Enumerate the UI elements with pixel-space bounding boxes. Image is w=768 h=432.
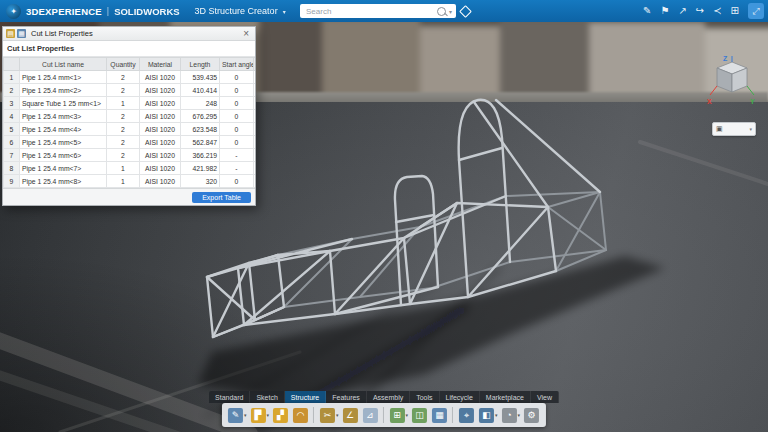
sketch-icon[interactable]: ✎▾	[228, 408, 247, 423]
col-quantity[interactable]: Quantity	[107, 58, 140, 71]
tab-view[interactable]: View	[531, 391, 559, 403]
curved-member-icon[interactable]: ◠	[293, 408, 309, 423]
cut-list-panel: ▤▦ Cut List Properties × Cut List Proper…	[2, 26, 256, 206]
reply-icon[interactable]: ↪	[696, 6, 704, 16]
pen-icon[interactable]: ✎	[643, 6, 651, 16]
triad-z-label: Z	[723, 55, 728, 62]
apps-grid-icon[interactable]: ⊞	[731, 6, 739, 16]
compass-icon[interactable]: ✦	[6, 4, 21, 19]
panel-footer: Export Table	[3, 189, 255, 205]
col-row-number	[4, 58, 20, 71]
table-row[interactable]: 9 Pipe 1 25.4 mm<8> 1 AISI 1020 320 0 0	[4, 175, 256, 188]
action-bar: ✎▾ ▛▾ ▞ ◠ ✂▾	[222, 403, 546, 427]
table-row[interactable]: 8 Pipe 1 25.4 mm<7> 1 AISI 1020 421.982 …	[4, 162, 256, 175]
close-icon[interactable]: ×	[240, 28, 252, 39]
fullscreen-icon[interactable]: ⤢	[748, 3, 764, 19]
col-start-angle[interactable]: Start angle	[220, 58, 254, 71]
section-title: Cut List Properties	[3, 41, 255, 57]
tab-sketch[interactable]: Sketch	[250, 391, 284, 403]
panel-title: Cut List Properties	[31, 29, 93, 38]
brand-logo: 3DEXPERIENCE	[26, 6, 102, 17]
triad-cube[interactable]	[717, 62, 747, 92]
product-logo: SOLIDWORKS	[114, 6, 179, 17]
tab-tools[interactable]: Tools	[410, 391, 439, 403]
triad-x-label: X	[707, 98, 712, 105]
table-row[interactable]: 1 Pipe 1 25.4 mm<1> 2 AISI 1020 539.435 …	[4, 71, 256, 84]
display-style-icon[interactable]: ◔▾	[502, 408, 521, 423]
split-member-icon[interactable]: ⊿	[363, 408, 379, 423]
table-row[interactable]: 7 Pipe 1 25.4 mm<6> 2 AISI 1020 366.219 …	[4, 149, 256, 162]
measure-icon[interactable]: ⌖	[459, 408, 475, 423]
section-view-icon[interactable]: ◧▾	[479, 408, 498, 423]
view-settings-icon[interactable]: ⚙	[524, 408, 540, 423]
table-tab-icon[interactable]: ▦	[17, 29, 26, 38]
panel-tab-icons: ▤▦	[6, 29, 26, 38]
3d-viewport[interactable]: Z X Y ▣ ▾ ▤▦ Cut List Properties × Cut L…	[0, 22, 768, 432]
search-options-caret-icon[interactable]: ▾	[449, 8, 452, 15]
app-title[interactable]: 3D Structure Creator	[195, 6, 278, 16]
triad-y-label: Y	[750, 98, 755, 105]
table-header-row: Cut List name Quantity Material Length S…	[4, 58, 256, 71]
mirror-icon[interactable]: ◫	[412, 408, 428, 423]
toolbar-separator	[452, 407, 455, 423]
tab-lifecycle[interactable]: Lifecycle	[440, 391, 480, 403]
col-end-angle[interactable]: End angle	[254, 58, 256, 71]
primary-member-icon[interactable]: ▛▾	[250, 408, 269, 423]
collaboration-icon[interactable]: ≺	[713, 6, 721, 16]
view-triad[interactable]: Z X Y	[706, 54, 758, 112]
cut-list-table-icon[interactable]: ▦	[432, 408, 448, 423]
cut-list-tab-icon[interactable]: ▤	[6, 29, 15, 38]
brand-divider: |	[107, 6, 109, 16]
corner-management-icon[interactable]: ∠	[343, 408, 359, 423]
col-material[interactable]: Material	[140, 58, 181, 71]
tab-features[interactable]: Features	[326, 391, 367, 403]
top-bar: ✦ 3DEXPERIENCE | SOLIDWORKS 3D Structure…	[0, 0, 768, 22]
table-row[interactable]: 6 Pipe 1 25.4 mm<5> 2 AISI 1020 562.847 …	[4, 136, 256, 149]
secondary-member-icon[interactable]: ▞	[273, 408, 289, 423]
app-title-caret-icon[interactable]: ▾	[283, 8, 286, 15]
flag-icon[interactable]: ⚑	[660, 6, 669, 16]
tag-icon[interactable]	[458, 4, 472, 18]
table-row[interactable]: 5 Pipe 1 25.4 mm<4> 2 AISI 1020 623.548 …	[4, 123, 256, 136]
export-table-button[interactable]: Export Table	[192, 192, 251, 203]
cut-list-table[interactable]: Cut List name Quantity Material Length S…	[3, 57, 255, 189]
table-row[interactable]: 2 Pipe 1 25.4 mm<2> 2 AISI 1020 410.414 …	[4, 84, 256, 97]
col-cut-list-name[interactable]: Cut List name	[20, 58, 107, 71]
table-row[interactable]: 3 Square Tube 1 25 mm<1> 1 AISI 1020 248…	[4, 97, 256, 110]
tab-structure[interactable]: Structure	[285, 391, 326, 403]
search-icon[interactable]	[437, 7, 446, 16]
search-box[interactable]: ▾	[300, 4, 456, 18]
share-icon[interactable]: ↗	[678, 6, 686, 16]
col-length[interactable]: Length	[181, 58, 220, 71]
toolbar-separator	[383, 407, 386, 423]
tab-standard[interactable]: Standard	[209, 391, 250, 403]
app-window: ✦ 3DEXPERIENCE | SOLIDWORKS 3D Structure…	[0, 0, 768, 432]
table-row[interactable]: 4 Pipe 1 25.4 mm<3> 2 AISI 1020 676.295 …	[4, 110, 256, 123]
top-bar-actions: ✎⚑↗↪≺⊞⤢	[643, 0, 764, 22]
search-input[interactable]	[304, 6, 434, 17]
toolbar-separator	[313, 407, 316, 423]
context-tabs: StandardSketchStructureFeaturesAssemblyT…	[209, 391, 559, 403]
pattern-icon[interactable]: ⊞▾	[390, 408, 409, 423]
panel-header: ▤▦ Cut List Properties ×	[3, 27, 255, 41]
tab-assembly[interactable]: Assembly	[367, 391, 410, 403]
view-selector[interactable]: ▣ ▾	[712, 122, 756, 136]
view-selector-caret-icon[interactable]: ▾	[749, 126, 752, 132]
tab-marketplace[interactable]: Marketplace	[480, 391, 531, 403]
cube-icon: ▣	[716, 125, 723, 133]
trim-icon[interactable]: ✂▾	[320, 408, 339, 423]
